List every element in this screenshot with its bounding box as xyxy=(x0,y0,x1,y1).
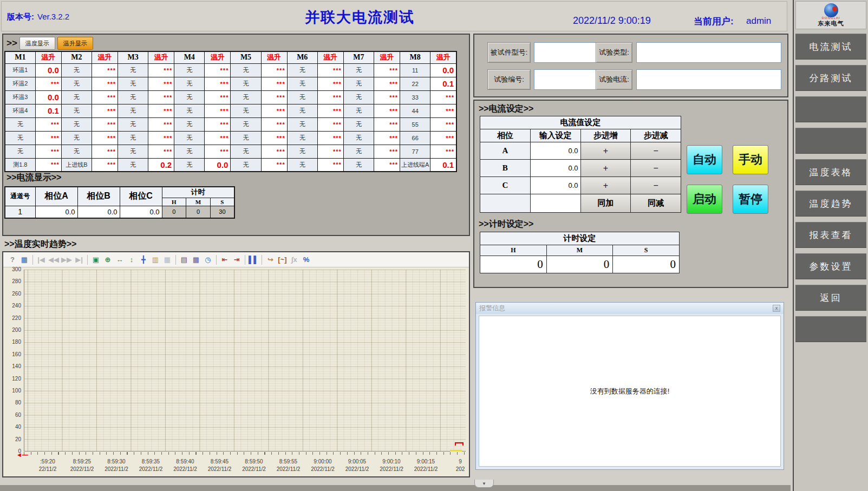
help-icon[interactable]: ? xyxy=(7,254,18,265)
zoom-vertical-icon[interactable]: ↕ xyxy=(126,254,137,265)
chart-collapse-tab[interactable]: ▼ xyxy=(474,480,494,488)
go-first-icon[interactable]: |◀ xyxy=(36,254,47,265)
tab-temperature-rise-display[interactable]: 温升显示 xyxy=(57,37,93,50)
sidebar-item-current-test[interactable]: 电流测试 xyxy=(795,34,866,60)
temp-rise-value-cell: 0.0 xyxy=(35,63,61,77)
test-type-field[interactable] xyxy=(636,42,781,63)
temp-rise-value-cell: *** xyxy=(92,63,118,77)
test-current-field[interactable] xyxy=(636,69,781,90)
measure-point-label-cell: 无 xyxy=(343,63,374,77)
zoom-in-icon[interactable]: ⊕ xyxy=(102,254,113,265)
range-brackets-icon[interactable]: [~] xyxy=(277,254,288,265)
temp-rise-value-cell: *** xyxy=(261,90,287,104)
series-yellow xyxy=(450,450,462,451)
sidebar-item-back[interactable]: 返回 xyxy=(795,285,866,311)
temp-rise-col-header: 温升 xyxy=(205,51,231,63)
pause-trend-icon[interactable]: ▌▌ xyxy=(248,254,259,265)
phase-b-setting[interactable]: 0.0 xyxy=(530,160,580,177)
current-display-table: 通道号 相位A 相位B 相位C 计时 H M S 1 0.0 0.0 0.0 0… xyxy=(4,186,235,219)
percent-scale-icon[interactable]: % xyxy=(301,254,311,265)
measure-point-col-header: M1 xyxy=(5,51,35,63)
bulk-add-button[interactable]: 同加 xyxy=(580,194,631,213)
current-user: admin xyxy=(746,16,771,27)
sidebar-item-branch-test[interactable]: 分路测试 xyxy=(795,65,866,91)
measure-point-col-header: M7 xyxy=(343,51,374,63)
alarm-close-button[interactable]: x xyxy=(773,305,780,312)
temp-rise-value-cell: *** xyxy=(261,104,287,117)
manual-button[interactable]: 手动 xyxy=(733,145,768,174)
schedule-icon[interactable]: ▦ xyxy=(19,254,30,265)
test-type-input[interactable] xyxy=(638,44,780,61)
measure-point-label-cell: 无 xyxy=(287,63,317,77)
start-button[interactable]: 启动 xyxy=(687,185,722,214)
page-title: 并联大电流测试 xyxy=(305,8,415,27)
phase-a-step-up-button[interactable]: + xyxy=(580,142,631,160)
temp-rise-value-cell: 0.1 xyxy=(430,77,456,90)
mode-buttons: 自动手动启动暂停 xyxy=(687,145,773,215)
auto-button[interactable]: 自动 xyxy=(687,145,722,174)
time-span-icon[interactable]: ◷ xyxy=(203,254,213,265)
series-red xyxy=(455,442,464,446)
sidebar-item-temperature-trend[interactable]: 温度趋势 xyxy=(795,191,866,217)
annotate-icon[interactable]: ↪ xyxy=(265,254,276,265)
x-tick-label: 9202 xyxy=(456,458,465,473)
grid-edit-icon[interactable]: ▦ xyxy=(191,254,201,265)
timer-hours-setting[interactable]: 0 xyxy=(480,256,547,273)
temp-rise-value-cell: *** xyxy=(148,77,174,90)
timer-seconds-setting[interactable]: 0 xyxy=(613,256,680,273)
x-axis-ticks xyxy=(24,452,466,455)
temp-rise-value-cell: *** xyxy=(430,90,456,104)
test-current-input[interactable] xyxy=(638,71,780,88)
measure-point-label-cell: 77 xyxy=(400,145,430,158)
alarm-title: 报警信息 xyxy=(479,304,773,313)
tab-temperature-display[interactable]: 温度显示 xyxy=(19,37,55,50)
go-last-icon[interactable]: ▶| xyxy=(74,254,84,265)
temp-rise-value-cell: *** xyxy=(261,77,287,90)
sidebar-item-blank-3[interactable] xyxy=(795,316,866,342)
pan-icon[interactable]: ╋ xyxy=(138,254,149,265)
rewind-icon[interactable]: ◀◀ xyxy=(48,254,60,265)
temp-rise-value-cell: 0.2 xyxy=(148,158,174,172)
pause-button[interactable]: 暂停 xyxy=(733,185,768,214)
x-tick-label: 8:59:352022/11/2 xyxy=(139,458,163,473)
sidebar-item-report-view[interactable]: 报表查看 xyxy=(795,222,866,248)
phase-a-setting[interactable]: 0.0 xyxy=(530,142,580,160)
phase-a-step-down-button[interactable]: − xyxy=(631,142,681,160)
measure-point-label-cell: 22 xyxy=(400,77,430,90)
x-tick-label: 8:59:452022/11/2 xyxy=(208,458,232,473)
phase-c-step-down-button[interactable]: − xyxy=(631,177,681,194)
scroll-chart-left-icon[interactable]: ⇤ xyxy=(219,254,230,265)
sidebar-item-blank-2[interactable] xyxy=(795,128,866,154)
sidebar-item-temperature-table[interactable]: 温度表格 xyxy=(795,159,866,185)
function-icon[interactable]: ∫x xyxy=(289,254,299,265)
zoom-box-icon[interactable]: ▣ xyxy=(90,254,101,265)
device-model-input[interactable] xyxy=(536,44,595,61)
plot-area[interactable] xyxy=(24,270,466,451)
phase-c-setting[interactable]: 0.0 xyxy=(530,177,580,194)
measure-point-label-cell: 无 xyxy=(61,104,92,117)
phase-b-step-up-button[interactable]: + xyxy=(580,160,631,177)
scroll-chart-right-icon[interactable]: ⇥ xyxy=(231,254,242,265)
measure-point-label-cell: 无 xyxy=(231,90,261,104)
temp-rise-value-cell: *** xyxy=(317,145,343,158)
x-tick-label: 8:59:402022/11/2 xyxy=(173,458,197,473)
zoom-horizontal-icon[interactable]: ↔ xyxy=(114,254,125,265)
timer-setting-table-title: 计时设定 xyxy=(480,232,680,245)
measure-point-label-cell: 无 xyxy=(287,158,317,172)
forward-icon[interactable]: ▶▶ xyxy=(61,254,73,265)
measure-point-label-cell: 无 xyxy=(231,104,261,117)
axis-ruler-icon[interactable]: ▥ xyxy=(150,254,161,265)
sidebar-item-parameter-setting[interactable]: 参数设置 xyxy=(795,253,866,279)
bulk-subtract-button[interactable]: 同减 xyxy=(631,194,681,213)
temp-rise-value-cell: *** xyxy=(92,77,118,90)
test-number-input[interactable] xyxy=(536,71,605,88)
version-text: 版本号:Ver.3.2.2 xyxy=(7,12,69,22)
phase-c-step-up-button[interactable]: + xyxy=(580,177,631,194)
data-columns-icon[interactable]: ▤ xyxy=(179,254,190,265)
sidebar-item-blank-1[interactable] xyxy=(795,96,866,122)
timer-minutes-setting[interactable]: 0 xyxy=(546,256,613,273)
col-hours: H xyxy=(480,245,547,256)
phase-b-step-down-button[interactable]: − xyxy=(631,160,681,177)
temperature-trend-chart: ?▦|◀◀◀▶▶▶|▣⊕↔↕╋▥▦▤▦◷⇤⇥▌▌↪[~]∫x% 30028026… xyxy=(2,251,470,477)
grid-off-icon[interactable]: ▦ xyxy=(162,254,173,265)
